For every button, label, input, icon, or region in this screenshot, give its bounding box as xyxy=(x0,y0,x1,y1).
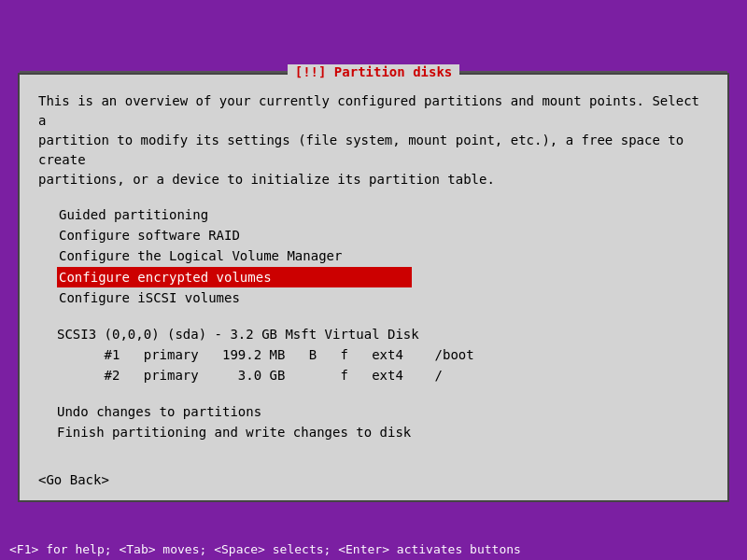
disk-header: SCSI3 (0,0,0) (sda) - 3.2 GB Msft Virtua… xyxy=(57,324,709,344)
dialog-content: This is an overview of your currently co… xyxy=(20,75,727,468)
menu-item-encrypted[interactable]: Configure encrypted volumes xyxy=(57,267,412,287)
status-text: <F1> for help; <Tab> moves; <Space> sele… xyxy=(9,542,521,556)
partition-actions: Undo changes to partitions Finish partit… xyxy=(57,401,709,443)
menu-item-guided[interactable]: Guided partitioning xyxy=(57,204,709,225)
menu-list: Guided partitioning Configure software R… xyxy=(57,204,709,309)
menu-item-iscsi[interactable]: Configure iSCSI volumes xyxy=(57,287,709,308)
menu-item-raid[interactable]: Configure software RAID xyxy=(57,225,709,245)
disk-info: SCSI3 (0,0,0) (sda) - 3.2 GB Msft Virtua… xyxy=(57,324,709,386)
go-back-row: <Go Back> xyxy=(20,467,727,500)
dialog-title: [!!] Partition disks xyxy=(288,64,460,79)
description-text: This is an overview of your currently co… xyxy=(38,91,709,189)
status-bar: <F1> for help; <Tab> moves; <Space> sele… xyxy=(0,539,747,560)
partition-1[interactable]: #1 primary 199.2 MB B f ext4 /boot xyxy=(57,344,709,365)
title-bar-left xyxy=(20,71,288,73)
screen-wrapper: [!!] Partition disks This is an overview… xyxy=(0,0,747,560)
go-back-button[interactable]: <Go Back> xyxy=(38,472,109,487)
menu-item-lvm[interactable]: Configure the Logical Volume Manager xyxy=(57,245,709,266)
action-finish[interactable]: Finish partitioning and write changes to… xyxy=(57,422,709,442)
title-bar-right xyxy=(459,71,727,73)
partition-2[interactable]: #2 primary 3.0 GB f ext4 / xyxy=(57,365,709,385)
action-undo[interactable]: Undo changes to partitions xyxy=(57,401,709,422)
description-paragraph: This is an overview of your currently co… xyxy=(38,93,699,187)
title-area: [!!] Partition disks xyxy=(20,64,727,79)
dialog-box: [!!] Partition disks This is an overview… xyxy=(18,73,729,503)
